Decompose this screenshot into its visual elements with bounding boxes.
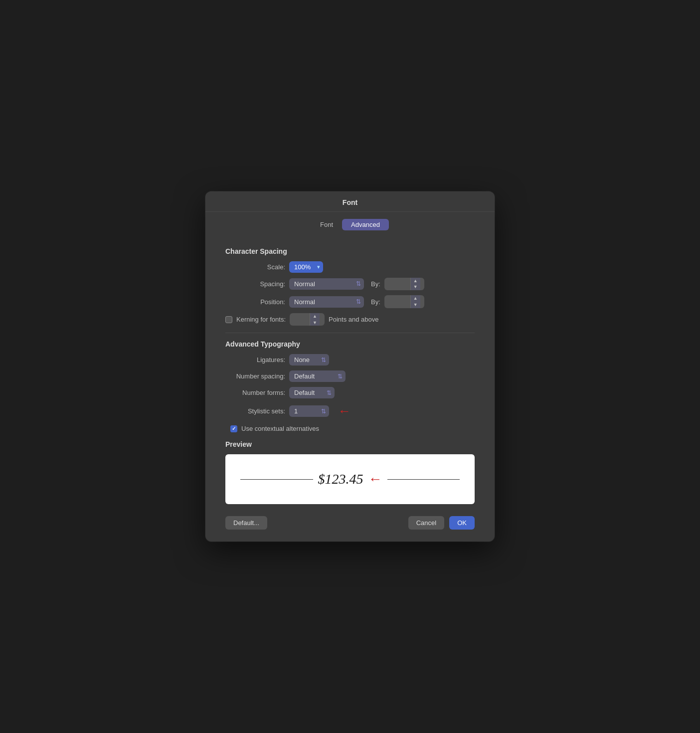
- position-increment-button[interactable]: ▲: [411, 295, 420, 302]
- dialog-content: Character Spacing Scale: 100% 50% 75% 12…: [205, 235, 495, 510]
- position-stepper: ▲ ▼: [384, 295, 424, 308]
- scale-label: Scale:: [225, 263, 285, 271]
- position-select-wrap: Normal Raised Lowered Superscript Subscr…: [289, 296, 364, 308]
- position-decrement-button[interactable]: ▼: [411, 302, 420, 308]
- spacing-stepper-input[interactable]: [384, 278, 410, 290]
- advanced-typography-title: Advanced Typography: [225, 340, 475, 348]
- scale-select[interactable]: 100% 50% 75% 125% 150% 200%: [289, 261, 323, 273]
- preview-title: Preview: [225, 440, 475, 448]
- number-spacing-row: Number spacing: Default Proportional Mon…: [225, 370, 475, 382]
- spacing-label: Spacing:: [225, 280, 285, 288]
- kerning-stepper-buttons: ▲ ▼: [310, 313, 320, 326]
- kerning-label: Kerning for fonts:: [236, 316, 286, 323]
- number-forms-label: Number forms:: [225, 389, 285, 396]
- tab-advanced[interactable]: Advanced: [342, 219, 389, 230]
- divider-1: [225, 333, 475, 333]
- spacing-stepper-buttons: ▲ ▼: [410, 278, 420, 291]
- spacing-decrement-button[interactable]: ▼: [411, 284, 420, 290]
- preview-box: $123.45 ←: [225, 454, 475, 504]
- stylistic-sets-row: Stylistic sets: 1 2 3 4 5 ⇅ ←: [225, 403, 475, 419]
- spacing-stepper: ▲ ▼: [384, 278, 424, 291]
- number-spacing-label: Number spacing:: [225, 372, 285, 380]
- dialog-footer: Default... Cancel OK: [205, 509, 495, 532]
- number-spacing-select-wrap: Default Proportional Monospaced ⇅: [289, 370, 346, 382]
- scale-row: Scale: 100% 50% 75% 125% 150% 200% ▾: [225, 261, 475, 273]
- contextual-row: Use contextual alternatives: [230, 425, 475, 432]
- position-by-label: By:: [371, 298, 380, 306]
- ligatures-select-wrap: None Default All ⇅: [289, 354, 329, 366]
- kerning-stepper: ▲ ▼: [290, 313, 325, 326]
- default-button[interactable]: Default...: [225, 516, 267, 530]
- spacing-select[interactable]: Normal Expanded Condensed: [289, 278, 364, 290]
- preview-left-line: [240, 479, 313, 480]
- position-label: Position:: [225, 298, 285, 306]
- contextual-label: Use contextual alternatives: [241, 425, 319, 432]
- kerning-input[interactable]: [290, 314, 310, 325]
- spacing-increment-button[interactable]: ▲: [411, 278, 420, 284]
- footer-right-buttons: Cancel OK: [408, 516, 475, 530]
- preview-text: $123.45: [318, 471, 363, 487]
- points-above-label: Points and above: [329, 316, 378, 323]
- scale-select-wrap: 100% 50% 75% 125% 150% 200% ▾: [289, 261, 323, 273]
- spacing-by-label: By:: [371, 280, 380, 288]
- spacing-select-wrap: Normal Expanded Condensed ⇅: [289, 278, 364, 290]
- preview-red-arrow-icon: ←: [368, 471, 382, 487]
- position-stepper-buttons: ▲ ▼: [410, 295, 420, 308]
- character-spacing-title: Character Spacing: [225, 247, 475, 255]
- stylistic-sets-label: Stylistic sets:: [225, 407, 285, 415]
- title-text: Font: [343, 198, 357, 206]
- stylistic-sets-select-wrap: 1 2 3 4 5 ⇅: [289, 405, 329, 417]
- kerning-checkbox[interactable]: [225, 316, 232, 323]
- preview-section: Preview $123.45 ←: [225, 440, 475, 504]
- cancel-button[interactable]: Cancel: [408, 516, 444, 530]
- contextual-checkbox[interactable]: [230, 425, 237, 432]
- number-spacing-select[interactable]: Default Proportional Monospaced: [289, 370, 346, 382]
- ligatures-row: Ligatures: None Default All ⇅: [225, 354, 475, 366]
- spacing-row: Spacing: Normal Expanded Condensed ⇅ By:…: [225, 278, 475, 291]
- stylistic-sets-red-arrow-icon: ←: [338, 403, 351, 419]
- tab-font[interactable]: Font: [311, 219, 342, 230]
- number-forms-select-wrap: Default Lining Old Style ⇅: [289, 387, 335, 398]
- font-dialog: Font Font Advanced Character Spacing Sca…: [205, 191, 495, 542]
- kerning-increment-button[interactable]: ▲: [310, 313, 320, 320]
- kerning-row: Kerning for fonts: ▲ ▼ Points and above: [225, 313, 475, 326]
- number-forms-row: Number forms: Default Lining Old Style ⇅: [225, 387, 475, 398]
- stylistic-sets-select[interactable]: 1 2 3 4 5: [289, 405, 329, 417]
- ligatures-label: Ligatures:: [225, 356, 285, 364]
- position-stepper-input[interactable]: [384, 296, 410, 308]
- number-forms-select[interactable]: Default Lining Old Style: [289, 387, 335, 398]
- ok-button[interactable]: OK: [449, 516, 475, 530]
- position-select[interactable]: Normal Raised Lowered Superscript Subscr…: [289, 296, 364, 308]
- tab-bar: Font Advanced: [205, 212, 495, 235]
- kerning-decrement-button[interactable]: ▼: [310, 320, 320, 326]
- preview-content: $123.45 ←: [225, 471, 475, 487]
- preview-right-line: [387, 479, 460, 480]
- position-row: Position: Normal Raised Lowered Superscr…: [225, 295, 475, 308]
- ligatures-select[interactable]: None Default All: [289, 354, 329, 366]
- dialog-title: Font: [205, 191, 495, 212]
